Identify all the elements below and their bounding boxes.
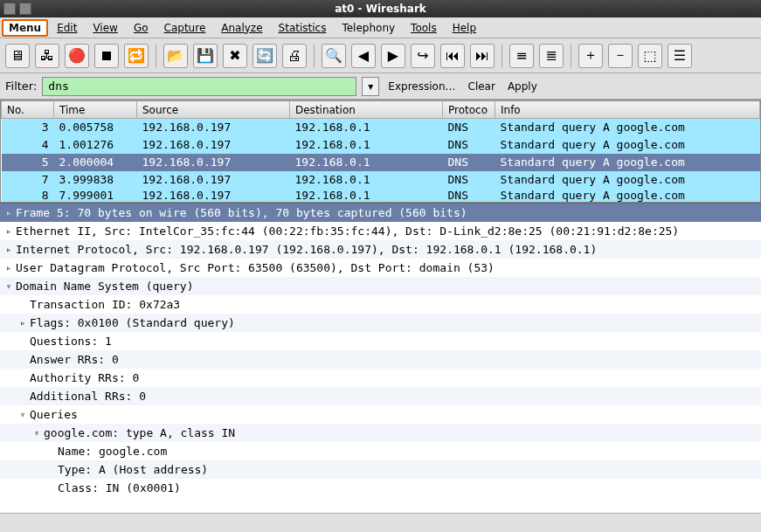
- detail-text: Questions: 1: [30, 335, 112, 348]
- col-source-header[interactable]: Source: [137, 101, 290, 119]
- detail-row[interactable]: Additional RRs: 0: [0, 387, 761, 405]
- detail-row[interactable]: ▿google.com: type A, class IN: [0, 424, 761, 442]
- detail-text: Ethernet II, Src: IntelCor_35:fc:44 (00:…: [16, 225, 679, 238]
- expander-icon[interactable]: ▹: [3, 208, 14, 218]
- detail-row[interactable]: ▹Ethernet II, Src: IntelCor_35:fc:44 (00…: [0, 222, 761, 240]
- detail-text: Authority RRs: 0: [30, 371, 139, 384]
- detail-row[interactable]: Transaction ID: 0x72a3: [0, 295, 761, 314]
- col-info-header[interactable]: Info: [495, 101, 760, 119]
- separator: [156, 44, 156, 68]
- detail-row[interactable]: Questions: 1: [0, 332, 761, 350]
- filter-expression-link[interactable]: Expression…: [384, 80, 459, 93]
- packet-details-pane: ▹Frame 5: 70 bytes on wire (560 bits), 7…: [0, 203, 761, 514]
- detail-text: google.com: type A, class IN: [44, 426, 235, 439]
- interfaces-button[interactable]: 🖥: [5, 44, 30, 68]
- detail-row[interactable]: ▹Flags: 0x0100 (Standard query): [0, 314, 761, 332]
- restart-capture-button[interactable]: 🔁: [124, 44, 149, 68]
- first-button[interactable]: ⏮: [440, 44, 465, 68]
- main-toolbar: 🖥 🖧 🔴 ⏹ 🔁 📂 💾 ✖ 🔄 🖨 🔍 ◀ ▶ ↪ ⏮ ⏭ ≡ ≣ ＋ － …: [0, 38, 761, 73]
- detail-text: Frame 5: 70 bytes on wire (560 bits), 70…: [16, 206, 467, 219]
- reload-button[interactable]: 🔄: [253, 44, 277, 68]
- col-time-header[interactable]: Time: [54, 101, 137, 119]
- menu-button[interactable]: Menu: [2, 19, 48, 37]
- menubar: Menu Edit View Go Capture Analyze Statis…: [0, 17, 761, 38]
- detail-text: Answer RRs: 0: [30, 353, 119, 366]
- detail-row[interactable]: ▿Domain Name System (query): [0, 277, 761, 295]
- menu-view[interactable]: View: [86, 20, 124, 36]
- goto-button[interactable]: ↪: [411, 44, 435, 68]
- detail-row[interactable]: ▹User Datagram Protocol, Src Port: 63500…: [0, 259, 761, 277]
- detail-text: User Datagram Protocol, Src Port: 63500 …: [16, 261, 495, 274]
- filter-dropdown-icon[interactable]: ▾: [362, 77, 379, 96]
- forward-button[interactable]: ▶: [381, 44, 405, 68]
- packet-list-pane: No. Time Source Destination Protoco Info…: [0, 100, 761, 203]
- col-no-header[interactable]: No.: [2, 101, 54, 119]
- detail-row[interactable]: Name: google.com: [0, 442, 761, 460]
- stop-capture-button[interactable]: ⏹: [94, 44, 119, 68]
- detail-text: Queries: [30, 408, 78, 421]
- colorize-button[interactable]: ≡: [509, 44, 534, 68]
- menu-help[interactable]: Help: [446, 20, 483, 36]
- detail-row[interactable]: Authority RRs: 0: [0, 369, 761, 387]
- open-button[interactable]: 📂: [163, 44, 188, 68]
- zoom-out-button[interactable]: －: [608, 44, 633, 68]
- window-sticky-icon[interactable]: [19, 3, 31, 15]
- zoom-100-button[interactable]: ⬚: [638, 44, 662, 68]
- packet-row[interactable]: 52.000004192.168.0.197192.168.0.1DNSStan…: [2, 154, 760, 171]
- status-bar: [0, 513, 761, 532]
- packet-row[interactable]: 73.999838192.168.0.197192.168.0.1DNSStan…: [2, 171, 760, 189]
- last-button[interactable]: ⏭: [470, 44, 495, 68]
- detail-row[interactable]: Answer RRs: 0: [0, 350, 761, 369]
- menu-go[interactable]: Go: [127, 20, 156, 36]
- expander-icon[interactable]: ▹: [17, 318, 28, 328]
- packet-list-header: No. Time Source Destination Protoco Info: [2, 101, 760, 119]
- detail-row[interactable]: ▿Queries: [0, 405, 761, 424]
- separator: [502, 44, 502, 68]
- filter-bar: Filter: ▾ Expression… Clear Apply: [0, 73, 761, 100]
- expander-icon[interactable]: ▿: [31, 428, 42, 438]
- expander-icon[interactable]: ▹: [3, 263, 14, 273]
- back-button[interactable]: ◀: [351, 44, 376, 68]
- separator: [571, 44, 571, 68]
- start-capture-button[interactable]: 🔴: [65, 44, 89, 68]
- expander-icon[interactable]: ▿: [3, 281, 14, 291]
- detail-row[interactable]: Class: IN (0x0001): [0, 479, 761, 497]
- resize-cols-button[interactable]: ☰: [668, 44, 692, 68]
- zoom-in-button[interactable]: ＋: [578, 44, 603, 68]
- print-button[interactable]: 🖨: [282, 44, 307, 68]
- col-dest-header[interactable]: Destination: [290, 101, 443, 119]
- menu-telephony[interactable]: Telephony: [335, 20, 402, 36]
- options-button[interactable]: 🖧: [35, 44, 59, 68]
- save-button[interactable]: 💾: [193, 44, 218, 68]
- menu-tools[interactable]: Tools: [404, 20, 444, 36]
- expander-icon[interactable]: ▿: [17, 410, 28, 419]
- filter-input[interactable]: [42, 77, 356, 96]
- filter-apply-link[interactable]: Apply: [504, 80, 541, 93]
- detail-text: Class: IN (0x0001): [58, 481, 181, 494]
- expander-icon[interactable]: ▹: [3, 245, 14, 254]
- detail-row[interactable]: ▹Internet Protocol, Src: 192.168.0.197 (…: [0, 240, 761, 259]
- separator: [314, 44, 315, 68]
- detail-text: Flags: 0x0100 (Standard query): [30, 316, 235, 329]
- window-menu-icon[interactable]: [3, 3, 16, 15]
- packet-row[interactable]: 41.001276192.168.0.197192.168.0.1DNSStan…: [2, 136, 760, 154]
- autoscroll-button[interactable]: ≣: [539, 44, 564, 68]
- find-button[interactable]: 🔍: [322, 44, 346, 68]
- menu-capture[interactable]: Capture: [157, 20, 213, 36]
- menu-analyze[interactable]: Analyze: [214, 20, 269, 36]
- detail-row[interactable]: Type: A (Host address): [0, 460, 761, 479]
- detail-text: Additional RRs: 0: [30, 390, 146, 403]
- col-proto-header[interactable]: Protoco: [443, 101, 495, 119]
- packet-row[interactable]: 30.005758192.168.0.197192.168.0.1DNSStan…: [2, 119, 760, 136]
- window-title: at0 - Wireshark: [335, 3, 426, 15]
- menu-statistics[interactable]: Statistics: [272, 20, 334, 36]
- titlebar: at0 - Wireshark: [0, 0, 761, 17]
- expander-icon[interactable]: ▹: [3, 226, 14, 236]
- menu-edit[interactable]: Edit: [50, 20, 84, 36]
- close-button[interactable]: ✖: [223, 44, 247, 68]
- detail-row[interactable]: ▹Frame 5: 70 bytes on wire (560 bits), 7…: [0, 204, 761, 222]
- packet-row[interactable]: 87.999001192.168.0.197192.168.0.1DNSStan…: [2, 189, 760, 202]
- filter-clear-link[interactable]: Clear: [465, 80, 499, 93]
- detail-text: Internet Protocol, Src: 192.168.0.197 (1…: [16, 243, 597, 256]
- detail-text: Transaction ID: 0x72a3: [30, 298, 180, 311]
